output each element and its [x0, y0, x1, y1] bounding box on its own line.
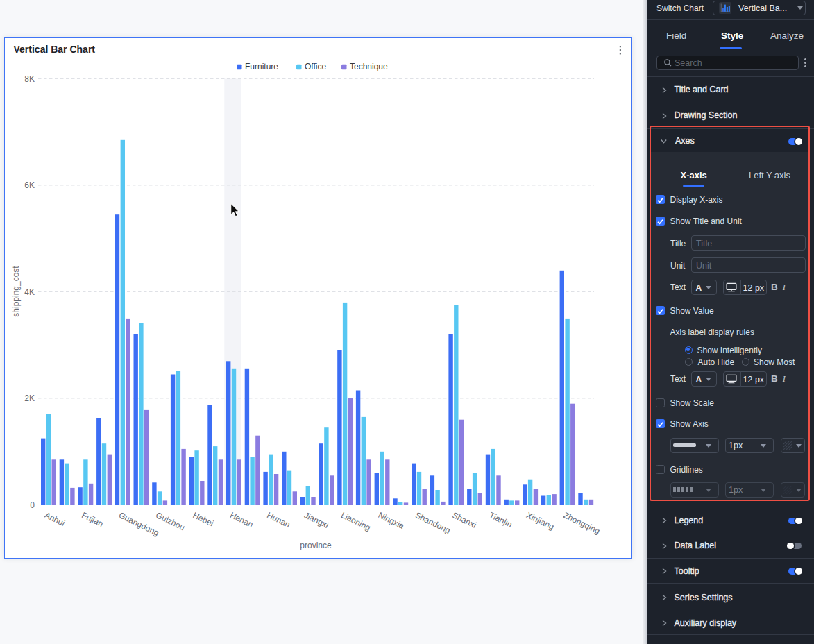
svg-text:Shandong: Shandong — [414, 510, 452, 536]
svg-text:Liaoning: Liaoning — [339, 510, 372, 532]
svg-text:Zhongqing: Zhongqing — [562, 510, 602, 536]
svg-text:province: province — [300, 541, 332, 550]
svg-text:Tianjin: Tianjin — [488, 510, 514, 529]
svg-text:6K: 6K — [24, 180, 35, 190]
svg-text:2K: 2K — [24, 393, 35, 403]
svg-text:Anhui: Anhui — [43, 510, 67, 528]
svg-text:Ningxia: Ningxia — [377, 510, 406, 531]
svg-text:4K: 4K — [24, 287, 35, 297]
svg-text:8K: 8K — [24, 74, 35, 84]
svg-text:Vertical Bar Chart: Vertical Bar Chart — [14, 44, 96, 55]
svg-text:Xinjiang: Xinjiang — [525, 510, 556, 532]
svg-text:0: 0 — [30, 500, 35, 510]
svg-text:Office: Office — [305, 62, 326, 71]
svg-text:Jiangxi: Jiangxi — [303, 510, 330, 530]
svg-text:Fujian: Fujian — [80, 510, 105, 529]
svg-text:Guangdong: Guangdong — [117, 510, 161, 538]
svg-text:Hunan: Hunan — [265, 510, 291, 529]
svg-text:Technique: Technique — [350, 62, 388, 71]
svg-text:Hebei: Hebei — [192, 510, 215, 528]
svg-text:shipping_cost: shipping_cost — [11, 266, 21, 317]
svg-text:Furniture: Furniture — [245, 62, 278, 71]
svg-text:Shanxi: Shanxi — [450, 510, 477, 530]
svg-text:Henan: Henan — [228, 510, 255, 529]
